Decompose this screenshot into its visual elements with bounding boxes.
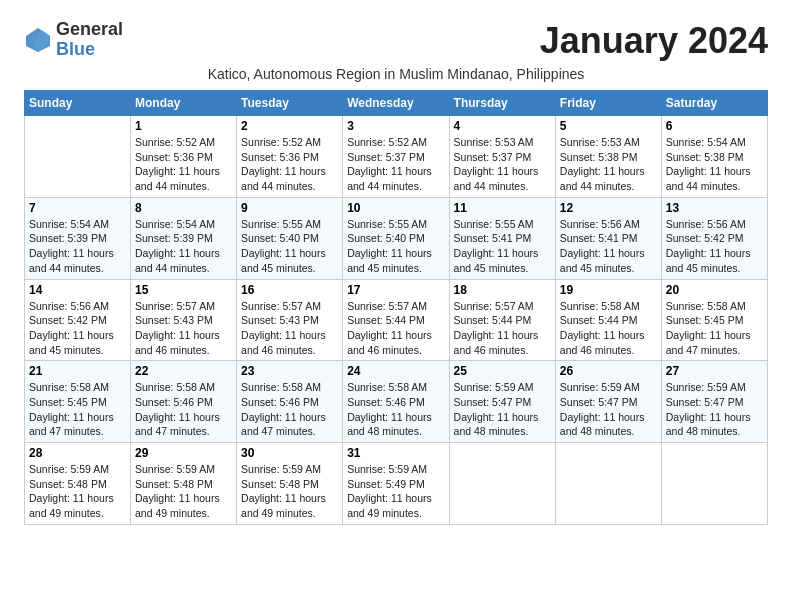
day-info: Sunrise: 5:58 AMSunset: 5:46 PMDaylight:… <box>241 380 338 439</box>
logo-general-text: General <box>56 20 123 40</box>
day-number: 24 <box>347 364 444 378</box>
day-number: 6 <box>666 119 763 133</box>
day-info: Sunrise: 5:59 AMSunset: 5:48 PMDaylight:… <box>135 462 232 521</box>
day-info: Sunrise: 5:57 AMSunset: 5:43 PMDaylight:… <box>135 299 232 358</box>
day-info: Sunrise: 5:58 AMSunset: 5:46 PMDaylight:… <box>135 380 232 439</box>
table-row: 2 Sunrise: 5:52 AMSunset: 5:36 PMDayligh… <box>237 116 343 198</box>
calendar-week-row: 14 Sunrise: 5:56 AMSunset: 5:42 PMDaylig… <box>25 279 768 361</box>
day-info: Sunrise: 5:55 AMSunset: 5:40 PMDaylight:… <box>347 217 444 276</box>
calendar-week-row: 28 Sunrise: 5:59 AMSunset: 5:48 PMDaylig… <box>25 443 768 525</box>
day-number: 21 <box>29 364 126 378</box>
table-row: 31 Sunrise: 5:59 AMSunset: 5:49 PMDaylig… <box>343 443 449 525</box>
day-number: 22 <box>135 364 232 378</box>
day-info: Sunrise: 5:52 AMSunset: 5:36 PMDaylight:… <box>135 135 232 194</box>
calendar-week-row: 1 Sunrise: 5:52 AMSunset: 5:36 PMDayligh… <box>25 116 768 198</box>
day-info: Sunrise: 5:58 AMSunset: 5:46 PMDaylight:… <box>347 380 444 439</box>
day-number: 20 <box>666 283 763 297</box>
day-number: 15 <box>135 283 232 297</box>
day-info: Sunrise: 5:52 AMSunset: 5:36 PMDaylight:… <box>241 135 338 194</box>
table-row: 1 Sunrise: 5:52 AMSunset: 5:36 PMDayligh… <box>131 116 237 198</box>
day-info: Sunrise: 5:54 AMSunset: 5:38 PMDaylight:… <box>666 135 763 194</box>
day-info: Sunrise: 5:58 AMSunset: 5:44 PMDaylight:… <box>560 299 657 358</box>
table-row: 10 Sunrise: 5:55 AMSunset: 5:40 PMDaylig… <box>343 197 449 279</box>
day-number: 12 <box>560 201 657 215</box>
day-number: 18 <box>454 283 551 297</box>
table-row: 26 Sunrise: 5:59 AMSunset: 5:47 PMDaylig… <box>555 361 661 443</box>
day-info: Sunrise: 5:52 AMSunset: 5:37 PMDaylight:… <box>347 135 444 194</box>
day-number: 26 <box>560 364 657 378</box>
day-number: 29 <box>135 446 232 460</box>
table-row: 7 Sunrise: 5:54 AMSunset: 5:39 PMDayligh… <box>25 197 131 279</box>
day-number: 1 <box>135 119 232 133</box>
table-row: 14 Sunrise: 5:56 AMSunset: 5:42 PMDaylig… <box>25 279 131 361</box>
day-number: 19 <box>560 283 657 297</box>
day-number: 30 <box>241 446 338 460</box>
day-info: Sunrise: 5:53 AMSunset: 5:38 PMDaylight:… <box>560 135 657 194</box>
table-row <box>555 443 661 525</box>
header-sunday: Sunday <box>25 91 131 116</box>
calendar-header-row: Sunday Monday Tuesday Wednesday Thursday… <box>25 91 768 116</box>
page-header: General Blue January 2024 <box>24 20 768 62</box>
day-number: 3 <box>347 119 444 133</box>
day-number: 14 <box>29 283 126 297</box>
table-row: 28 Sunrise: 5:59 AMSunset: 5:48 PMDaylig… <box>25 443 131 525</box>
calendar-week-row: 21 Sunrise: 5:58 AMSunset: 5:45 PMDaylig… <box>25 361 768 443</box>
day-number: 16 <box>241 283 338 297</box>
day-info: Sunrise: 5:57 AMSunset: 5:44 PMDaylight:… <box>347 299 444 358</box>
day-number: 13 <box>666 201 763 215</box>
day-number: 9 <box>241 201 338 215</box>
day-info: Sunrise: 5:57 AMSunset: 5:43 PMDaylight:… <box>241 299 338 358</box>
day-number: 4 <box>454 119 551 133</box>
header-tuesday: Tuesday <box>237 91 343 116</box>
day-info: Sunrise: 5:57 AMSunset: 5:44 PMDaylight:… <box>454 299 551 358</box>
table-row: 16 Sunrise: 5:57 AMSunset: 5:43 PMDaylig… <box>237 279 343 361</box>
table-row: 3 Sunrise: 5:52 AMSunset: 5:37 PMDayligh… <box>343 116 449 198</box>
table-row: 17 Sunrise: 5:57 AMSunset: 5:44 PMDaylig… <box>343 279 449 361</box>
day-info: Sunrise: 5:54 AMSunset: 5:39 PMDaylight:… <box>135 217 232 276</box>
day-info: Sunrise: 5:59 AMSunset: 5:47 PMDaylight:… <box>560 380 657 439</box>
day-number: 7 <box>29 201 126 215</box>
day-info: Sunrise: 5:53 AMSunset: 5:37 PMDaylight:… <box>454 135 551 194</box>
table-row: 22 Sunrise: 5:58 AMSunset: 5:46 PMDaylig… <box>131 361 237 443</box>
calendar-week-row: 7 Sunrise: 5:54 AMSunset: 5:39 PMDayligh… <box>25 197 768 279</box>
day-number: 31 <box>347 446 444 460</box>
table-row: 13 Sunrise: 5:56 AMSunset: 5:42 PMDaylig… <box>661 197 767 279</box>
table-row: 19 Sunrise: 5:58 AMSunset: 5:44 PMDaylig… <box>555 279 661 361</box>
calendar-table: Sunday Monday Tuesday Wednesday Thursday… <box>24 90 768 525</box>
table-row: 29 Sunrise: 5:59 AMSunset: 5:48 PMDaylig… <box>131 443 237 525</box>
day-number: 10 <box>347 201 444 215</box>
day-number: 27 <box>666 364 763 378</box>
day-number: 11 <box>454 201 551 215</box>
table-row: 24 Sunrise: 5:58 AMSunset: 5:46 PMDaylig… <box>343 361 449 443</box>
day-info: Sunrise: 5:54 AMSunset: 5:39 PMDaylight:… <box>29 217 126 276</box>
day-info: Sunrise: 5:56 AMSunset: 5:41 PMDaylight:… <box>560 217 657 276</box>
header-wednesday: Wednesday <box>343 91 449 116</box>
table-row: 9 Sunrise: 5:55 AMSunset: 5:40 PMDayligh… <box>237 197 343 279</box>
month-title: January 2024 <box>540 20 768 62</box>
table-row: 20 Sunrise: 5:58 AMSunset: 5:45 PMDaylig… <box>661 279 767 361</box>
day-number: 23 <box>241 364 338 378</box>
location-subtitle: Katico, Autonomous Region in Muslim Mind… <box>24 66 768 82</box>
day-info: Sunrise: 5:55 AMSunset: 5:40 PMDaylight:… <box>241 217 338 276</box>
table-row: 5 Sunrise: 5:53 AMSunset: 5:38 PMDayligh… <box>555 116 661 198</box>
day-info: Sunrise: 5:58 AMSunset: 5:45 PMDaylight:… <box>29 380 126 439</box>
day-number: 28 <box>29 446 126 460</box>
day-number: 2 <box>241 119 338 133</box>
day-number: 17 <box>347 283 444 297</box>
day-info: Sunrise: 5:56 AMSunset: 5:42 PMDaylight:… <box>666 217 763 276</box>
day-info: Sunrise: 5:59 AMSunset: 5:48 PMDaylight:… <box>29 462 126 521</box>
header-friday: Friday <box>555 91 661 116</box>
table-row: 21 Sunrise: 5:58 AMSunset: 5:45 PMDaylig… <box>25 361 131 443</box>
day-info: Sunrise: 5:59 AMSunset: 5:47 PMDaylight:… <box>666 380 763 439</box>
header-saturday: Saturday <box>661 91 767 116</box>
table-row: 15 Sunrise: 5:57 AMSunset: 5:43 PMDaylig… <box>131 279 237 361</box>
table-row: 12 Sunrise: 5:56 AMSunset: 5:41 PMDaylig… <box>555 197 661 279</box>
logo-text: General Blue <box>56 20 123 60</box>
logo-blue-text: Blue <box>56 40 123 60</box>
logo: General Blue <box>24 20 123 60</box>
day-number: 8 <box>135 201 232 215</box>
day-number: 5 <box>560 119 657 133</box>
day-number: 25 <box>454 364 551 378</box>
table-row: 23 Sunrise: 5:58 AMSunset: 5:46 PMDaylig… <box>237 361 343 443</box>
header-monday: Monday <box>131 91 237 116</box>
